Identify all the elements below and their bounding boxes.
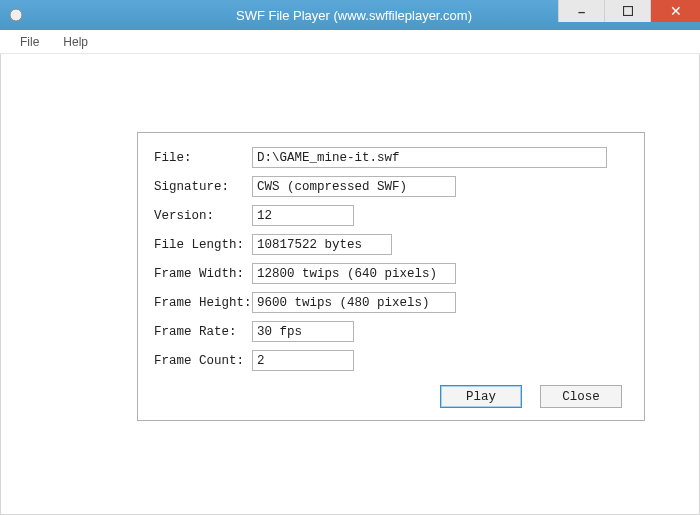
framecount-field[interactable] — [252, 350, 354, 371]
row-filelength: File Length: — [154, 234, 628, 255]
row-file: File: — [154, 147, 628, 168]
label-signature: Signature: — [154, 180, 252, 194]
menubar: File Help — [0, 30, 700, 54]
row-framewidth: Frame Width: — [154, 263, 628, 284]
app-window: SWF File Player (www.swffileplayer.com) … — [0, 0, 700, 515]
row-signature: Signature: — [154, 176, 628, 197]
label-file: File: — [154, 151, 252, 165]
filelength-field[interactable] — [252, 234, 392, 255]
row-frameheight: Frame Height: — [154, 292, 628, 313]
client-area: File: Signature: Version: File Length: F… — [0, 54, 700, 515]
label-filelength: File Length: — [154, 238, 252, 252]
minimize-button[interactable]: – — [558, 0, 604, 22]
label-framewidth: Frame Width: — [154, 267, 252, 281]
close-window-button[interactable]: ✕ — [650, 0, 700, 22]
play-button[interactable]: Play — [440, 385, 522, 408]
close-button[interactable]: Close — [540, 385, 622, 408]
frameheight-field[interactable] — [252, 292, 456, 313]
info-panel: File: Signature: Version: File Length: F… — [137, 132, 645, 421]
label-frameheight: Frame Height: — [154, 296, 252, 310]
menu-file[interactable]: File — [8, 33, 51, 51]
minimize-icon: – — [578, 4, 585, 19]
framerate-field[interactable] — [252, 321, 354, 342]
row-framerate: Frame Rate: — [154, 321, 628, 342]
file-field[interactable] — [252, 147, 607, 168]
version-field[interactable] — [252, 205, 354, 226]
row-version: Version: — [154, 205, 628, 226]
label-version: Version: — [154, 209, 252, 223]
button-row: Play Close — [154, 385, 628, 408]
framewidth-field[interactable] — [252, 263, 456, 284]
menu-help[interactable]: Help — [51, 33, 100, 51]
signature-field[interactable] — [252, 176, 456, 197]
label-framerate: Frame Rate: — [154, 325, 252, 339]
window-controls: – ✕ — [558, 0, 700, 22]
svg-rect-1 — [623, 6, 632, 15]
maximize-icon — [623, 4, 633, 19]
label-framecount: Frame Count: — [154, 354, 252, 368]
titlebar: SWF File Player (www.swffileplayer.com) … — [0, 0, 700, 30]
close-icon: ✕ — [670, 3, 682, 19]
maximize-button[interactable] — [604, 0, 650, 22]
row-framecount: Frame Count: — [154, 350, 628, 371]
